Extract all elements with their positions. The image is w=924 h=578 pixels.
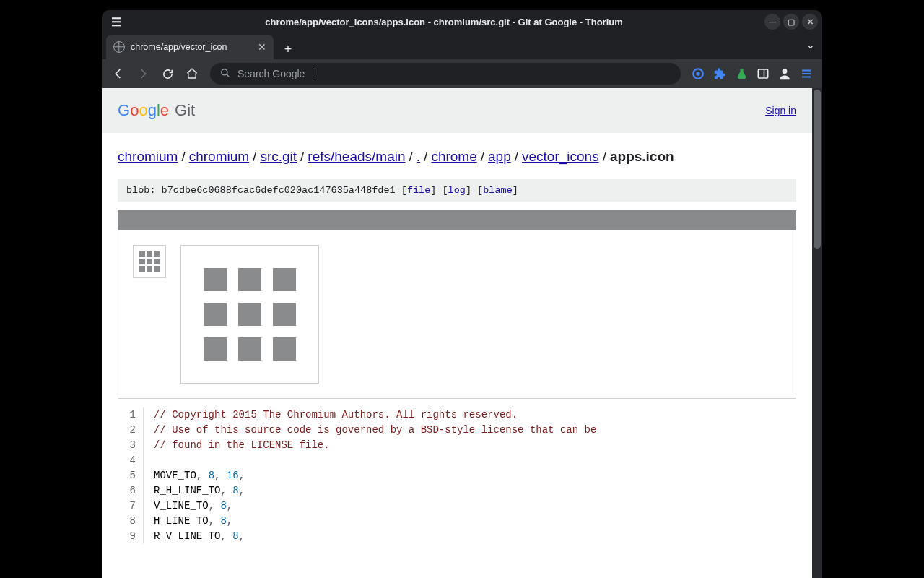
blob-log-link[interactable]: log bbox=[448, 185, 466, 196]
google-git-logo[interactable]: Google Git bbox=[118, 101, 195, 120]
text-cursor bbox=[315, 68, 315, 79]
source-line: 5MOVE_TO, 8, 16, bbox=[118, 468, 796, 483]
source-line: 9R_V_LINE_TO, 8, bbox=[118, 529, 796, 544]
breadcrumb-separator: / bbox=[297, 149, 308, 164]
blob-info-bar: blob: b7cdbe6c0688fcac6defc020ac147635a4… bbox=[118, 179, 796, 202]
home-button[interactable] bbox=[181, 63, 203, 85]
breadcrumb-separator: / bbox=[420, 149, 431, 164]
svg-point-2 bbox=[696, 72, 699, 75]
back-button[interactable] bbox=[108, 63, 129, 85]
toolbar: Search Google bbox=[102, 59, 822, 88]
logo-git-text: Git bbox=[175, 101, 195, 120]
site-header: Google Git Sign in bbox=[102, 88, 812, 133]
line-code: R_V_LINE_TO, 8, bbox=[144, 529, 245, 544]
svg-point-5 bbox=[783, 69, 788, 74]
line-number[interactable]: 8 bbox=[118, 514, 144, 529]
tab-list-dropdown-icon[interactable]: ⌄ bbox=[806, 39, 815, 51]
source-line: 3// found in the LICENSE file. bbox=[118, 438, 796, 453]
reload-button[interactable] bbox=[157, 63, 178, 85]
line-code: // Use of this source code is governed b… bbox=[144, 423, 596, 438]
breadcrumb-link[interactable]: chrome bbox=[431, 149, 476, 164]
line-code: R_H_LINE_TO, 8, bbox=[144, 483, 245, 499]
sign-in-link[interactable]: Sign in bbox=[765, 105, 796, 116]
preview-header-band bbox=[118, 210, 796, 230]
breadcrumb-separator: / bbox=[406, 149, 417, 164]
line-number[interactable]: 5 bbox=[118, 468, 144, 483]
line-number[interactable]: 9 bbox=[118, 529, 144, 544]
source-line: 4 bbox=[118, 453, 796, 468]
chrome-apps-icon[interactable] bbox=[691, 66, 705, 81]
labs-icon[interactable] bbox=[734, 66, 749, 81]
blob-hash: b7cdbe6c0688fcac6defc020ac147635a448fde1 bbox=[162, 185, 396, 196]
svg-point-0 bbox=[222, 69, 227, 74]
line-number[interactable]: 6 bbox=[118, 483, 144, 499]
line-number[interactable]: 7 bbox=[118, 499, 144, 514]
breadcrumb-separator: / bbox=[249, 149, 260, 164]
globe-icon bbox=[113, 41, 125, 53]
svg-rect-3 bbox=[758, 69, 768, 78]
line-number[interactable]: 2 bbox=[118, 423, 144, 438]
search-icon bbox=[220, 68, 230, 80]
breadcrumb-separator: / bbox=[477, 149, 488, 164]
line-code bbox=[144, 453, 154, 468]
breadcrumb-separator: / bbox=[178, 149, 188, 164]
breadcrumb-link[interactable]: refs/heads/main bbox=[308, 149, 405, 164]
extensions-icon[interactable] bbox=[712, 66, 727, 81]
breadcrumb-current: apps.icon bbox=[610, 149, 674, 164]
line-code: V_LINE_TO, 8, bbox=[144, 499, 232, 514]
line-number[interactable]: 1 bbox=[118, 407, 144, 423]
source-line: 7V_LINE_TO, 8, bbox=[118, 499, 796, 514]
blob-blame-link[interactable]: blame bbox=[483, 185, 513, 196]
breadcrumb-link[interactable]: vector_icons bbox=[522, 149, 599, 164]
line-code: MOVE_TO, 8, 16, bbox=[144, 468, 245, 483]
forward-button[interactable] bbox=[132, 63, 154, 85]
line-number[interactable]: 3 bbox=[118, 438, 144, 453]
window-titlebar: ☰ chrome/app/vector_icons/apps.icon - ch… bbox=[102, 10, 822, 33]
source-line: 6R_H_LINE_TO, 8, bbox=[118, 483, 796, 499]
line-number[interactable]: 4 bbox=[118, 453, 144, 468]
source-line: 2// Use of this source code is governed … bbox=[118, 423, 796, 438]
line-code: // found in the LICENSE file. bbox=[144, 438, 330, 453]
omnibox-placeholder: Search Google bbox=[237, 68, 305, 79]
tab-strip: chrome/app/vector_icon ✕ + ⌄ bbox=[102, 33, 822, 59]
app-menu-icon[interactable] bbox=[799, 66, 814, 81]
side-panel-icon[interactable] bbox=[756, 66, 770, 81]
page-content: Google Git Sign in chromium/chromium/src… bbox=[102, 88, 812, 578]
breadcrumb-link[interactable]: chromium bbox=[189, 149, 249, 164]
blob-file-link[interactable]: file bbox=[407, 185, 430, 196]
source-line: 1// Copyright 2015 The Chromium Authors.… bbox=[118, 407, 796, 423]
breadcrumb: chromium/chromium/src.git/refs/heads/mai… bbox=[102, 133, 812, 173]
breadcrumb-link[interactable]: src.git bbox=[260, 149, 297, 164]
breadcrumb-link[interactable]: chromium bbox=[118, 149, 178, 164]
new-tab-button[interactable]: + bbox=[278, 39, 298, 59]
window-minimize-button[interactable]: — bbox=[764, 14, 780, 30]
breadcrumb-separator: / bbox=[599, 149, 610, 164]
line-code: H_LINE_TO, 8, bbox=[144, 514, 232, 529]
apps-grid-icon bbox=[204, 268, 296, 361]
icon-preview-large bbox=[180, 245, 319, 384]
tab-close-icon[interactable]: ✕ bbox=[258, 41, 266, 53]
blob-prefix: blob: bbox=[126, 185, 162, 196]
breadcrumb-link[interactable]: app bbox=[488, 149, 511, 164]
tab-label: chrome/app/vector_icon bbox=[131, 42, 252, 52]
scrollbar-thumb[interactable] bbox=[814, 90, 821, 249]
window-close-button[interactable]: ✕ bbox=[802, 14, 818, 30]
window-maximize-button[interactable]: ▢ bbox=[783, 14, 799, 30]
window-title: chrome/app/vector_icons/apps.icon - chro… bbox=[126, 17, 762, 27]
browser-window: ☰ chrome/app/vector_icons/apps.icon - ch… bbox=[102, 10, 822, 578]
line-code: // Copyright 2015 The Chromium Authors. … bbox=[144, 407, 518, 423]
breadcrumb-separator: / bbox=[511, 149, 522, 164]
browser-tab[interactable]: chrome/app/vector_icon ✕ bbox=[106, 35, 274, 59]
source-line: 8H_LINE_TO, 8, bbox=[118, 514, 796, 529]
vertical-scrollbar[interactable] bbox=[812, 88, 822, 578]
hamburger-menu-icon[interactable]: ☰ bbox=[106, 15, 126, 29]
address-bar[interactable]: Search Google bbox=[210, 63, 681, 85]
icon-preview-area bbox=[118, 230, 796, 399]
icon-preview-small bbox=[133, 245, 166, 278]
source-code: 1// Copyright 2015 The Chromium Authors.… bbox=[118, 407, 796, 544]
profile-icon[interactable] bbox=[777, 66, 792, 81]
apps-grid-icon bbox=[139, 251, 160, 272]
extension-icons bbox=[688, 66, 816, 81]
viewport: Google Git Sign in chromium/chromium/src… bbox=[102, 88, 822, 578]
